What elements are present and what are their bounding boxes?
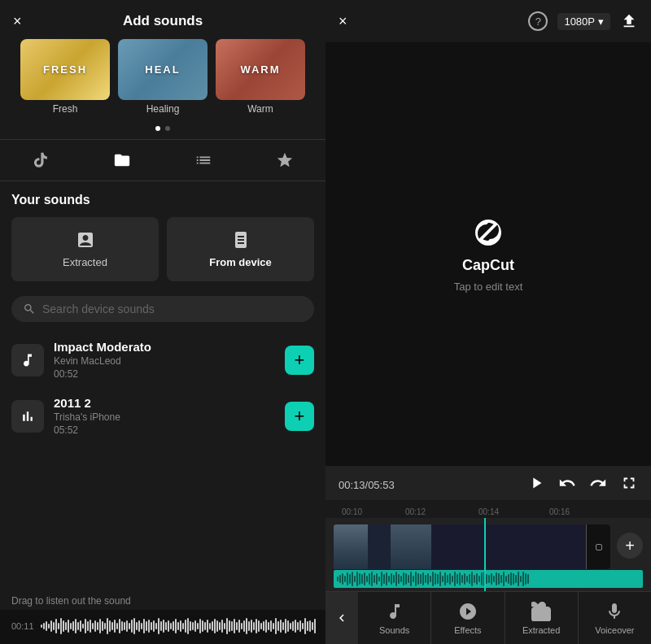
tab-tiktok[interactable] <box>0 146 81 174</box>
sound-artist-2: Trisha's iPhone <box>54 411 275 423</box>
fresh-thumbnail: FRESH <box>20 39 110 100</box>
sound-category-warm[interactable]: WARM Warm <box>216 39 305 115</box>
quality-label: 1080P <box>564 15 595 28</box>
ruler-mark-2: 00:12 <box>405 507 426 516</box>
timeline-buttons <box>527 474 638 495</box>
extracted-toolbar-icon <box>531 602 551 621</box>
capcut-logo: CapCut <box>462 216 514 274</box>
sound-name-1: Impact Moderato <box>54 340 275 354</box>
tab-favorites[interactable] <box>244 146 326 174</box>
undo-button[interactable] <box>558 474 576 495</box>
voiceover-toolbar-label: Voiceover <box>595 625 634 635</box>
capcut-logo-text: CapCut <box>462 257 514 274</box>
add-sound-2-button[interactable]: + <box>285 402 314 431</box>
left-close-button[interactable]: × <box>13 14 22 28</box>
video-thumb-2 <box>391 524 431 569</box>
right-close-button[interactable]: × <box>339 13 347 30</box>
effects-toolbar-label: Effects <box>454 625 481 635</box>
sound-info-1: Impact Moderato Kevin MacLeod 00:52 <box>54 340 275 380</box>
add-clip-button[interactable]: + <box>617 533 643 559</box>
your-sounds-title: Your sounds <box>11 193 314 207</box>
sound-artist-1: Kevin MacLeod <box>54 355 275 367</box>
dot-2[interactable] <box>165 126 170 131</box>
quality-chevron: ▾ <box>598 15 604 28</box>
tab-list[interactable] <box>163 146 244 174</box>
from-device-button[interactable]: From device <box>167 217 314 281</box>
search-bar <box>11 296 314 322</box>
waveform-time: 00:11 <box>11 621 34 631</box>
right-panel: × ? 1080P ▾ CapCut Tap <box>326 0 651 644</box>
redo-button[interactable] <box>589 474 607 495</box>
waveform-bar[interactable]: 00:11 <box>0 610 326 644</box>
sound-item-impact-moderato: Impact Moderato Kevin MacLeod 00:52 + <box>0 332 326 388</box>
timeline-controls: 00:13/05:53 <box>326 466 651 500</box>
upload-button[interactable] <box>620 12 638 30</box>
dot-1[interactable] <box>155 126 160 131</box>
audio-track[interactable] <box>334 570 643 588</box>
timeline-timestamp: 00:13/05:53 <box>339 479 395 491</box>
right-header-right: ? 1080P ▾ <box>528 11 638 31</box>
sound-source-row: Extracted From device <box>11 217 314 281</box>
toolbar-item-voiceover[interactable]: Voiceover <box>579 592 651 644</box>
capcut-logo-icon <box>472 216 505 252</box>
search-wrapper <box>0 289 326 329</box>
playhead <box>484 518 486 591</box>
add-sound-1-button[interactable]: + <box>285 346 314 375</box>
left-header: × Add sounds <box>0 0 326 39</box>
video-thumb-1 <box>334 524 391 569</box>
play-icon <box>527 474 545 492</box>
quality-button[interactable]: 1080P ▾ <box>557 13 610 30</box>
toolbar-item-sounds[interactable]: Sounds <box>358 592 430 644</box>
sound-name-2: 2011 2 <box>54 396 275 410</box>
fresh-label: Fresh <box>20 103 110 115</box>
tiktok-icon <box>32 151 50 169</box>
sound-categories: FRESH Fresh HEAL Healing WARM Warm <box>0 39 326 121</box>
waveform-visual <box>41 615 316 637</box>
sound-duration-1: 00:52 <box>54 368 275 380</box>
drag-hint: Drag to listen out the sound <box>0 590 326 610</box>
video-track[interactable] <box>334 524 610 569</box>
category-tabs <box>0 139 326 181</box>
toolbar-item-extracted[interactable]: Extracted <box>505 592 578 644</box>
back-icon <box>334 611 349 625</box>
search-icon <box>23 302 36 315</box>
warm-thumbnail: WARM <box>216 39 305 100</box>
preview-area[interactable]: CapCut Tap to edit text <box>326 42 651 466</box>
upload-icon <box>620 12 638 30</box>
healing-thumbnail: HEAL <box>118 39 208 100</box>
sounds-toolbar-icon <box>385 602 404 621</box>
play-button[interactable] <box>527 474 545 495</box>
sound-category-fresh[interactable]: FRESH Fresh <box>20 39 110 115</box>
toolbar-item-effects[interactable]: Effects <box>431 592 504 644</box>
from-device-label: From device <box>209 256 272 268</box>
fullscreen-icon <box>620 474 638 492</box>
timeline-ruler: 00:10 00:12 00:14 00:16 <box>326 500 651 518</box>
toolbar-items: Sounds Effects Extracted <box>358 592 651 644</box>
ruler-mark-1: 00:10 <box>342 507 362 516</box>
sound-list: Impact Moderato Kevin MacLeod 00:52 + 20… <box>0 329 326 590</box>
toolbar-back-button[interactable] <box>326 592 358 644</box>
sounds-toolbar-label: Sounds <box>379 625 409 635</box>
bar-chart-icon <box>20 408 36 424</box>
healing-label: Healing <box>118 103 208 115</box>
search-input[interactable] <box>42 302 303 315</box>
pagination <box>0 121 326 139</box>
capcut-subtitle[interactable]: Tap to edit text <box>454 281 523 293</box>
music-note-icon <box>20 352 36 368</box>
help-button[interactable]: ? <box>528 11 548 31</box>
right-header: × ? 1080P ▾ <box>326 0 651 42</box>
tab-folder[interactable] <box>81 146 163 174</box>
fullscreen-button[interactable] <box>620 474 638 495</box>
effects-toolbar-icon <box>458 602 478 621</box>
left-panel-title: Add sounds <box>123 13 203 29</box>
bottom-toolbar: Sounds Effects Extracted <box>326 591 651 644</box>
capcut-icon <box>472 216 505 249</box>
sound-icon-1 <box>11 344 44 376</box>
sound-item-2011-2: 2011 2 Trisha's iPhone 05:52 + <box>0 388 326 444</box>
sound-category-healing[interactable]: HEAL Healing <box>118 39 208 115</box>
timeline-tracks: + <box>326 518 651 591</box>
extracted-button[interactable]: Extracted <box>11 217 159 281</box>
right-header-left: × <box>339 13 347 30</box>
left-panel: × Add sounds FRESH Fresh HEAL Healing WA… <box>0 0 326 644</box>
undo-icon <box>558 474 576 492</box>
